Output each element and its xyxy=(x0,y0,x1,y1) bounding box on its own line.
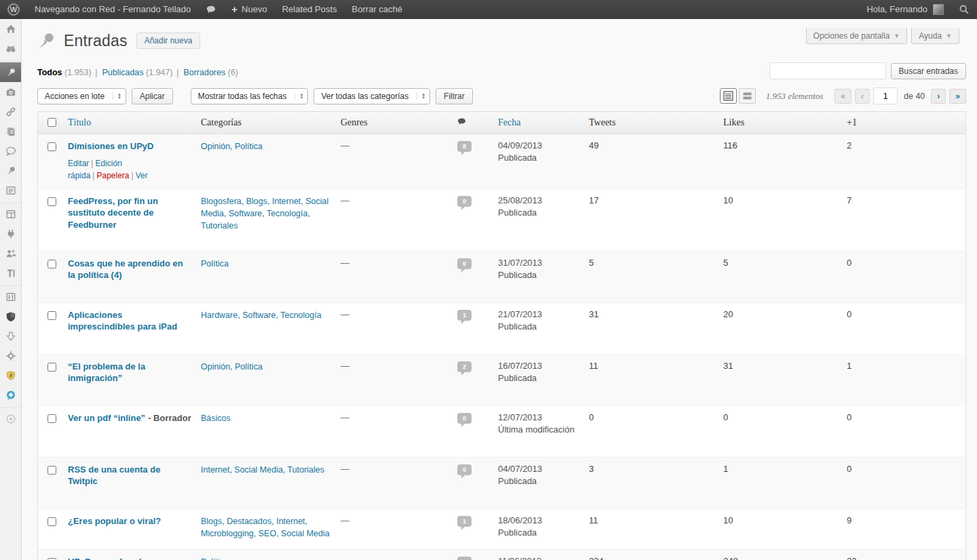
filter-all-count: (1.953) xyxy=(64,68,92,77)
list-view-button[interactable] xyxy=(720,88,737,104)
select-all-checkbox[interactable] xyxy=(47,118,56,127)
post-title-link[interactable]: Cosas que he aprendido en la política (4… xyxy=(68,258,183,281)
site-name-link[interactable]: Navegando con Red - Fernando Tellado xyxy=(27,0,198,18)
menu-stats[interactable] xyxy=(0,39,21,58)
filter-drafts[interactable]: Borradores xyxy=(183,68,225,77)
menu-tools[interactable] xyxy=(0,263,21,283)
current-page-input[interactable] xyxy=(873,87,898,104)
collapse-menu[interactable] xyxy=(0,409,21,428)
bulk-actions-select[interactable]: Acciones en lote ▲▼ xyxy=(37,88,126,104)
post-title-link[interactable]: “El problema de la inmigración” xyxy=(68,361,145,384)
filter-button[interactable]: Filtrar xyxy=(436,88,473,104)
genres-value: — xyxy=(341,412,349,422)
post-title-link[interactable]: Dimisiones en UPyD xyxy=(68,141,153,151)
comments-shortcut[interactable] xyxy=(198,0,224,18)
trash-link[interactable]: Papelera xyxy=(96,171,129,180)
category-links[interactable]: Política xyxy=(201,259,229,268)
post-title-link[interactable]: ¿Eres popular o viral? xyxy=(68,516,161,526)
comment-count-bubble[interactable]: 0 xyxy=(457,196,472,207)
menu-pages[interactable] xyxy=(0,121,21,141)
menu-posts[interactable] xyxy=(0,62,21,82)
category-filter-select[interactable]: Ver todas las categorías ▲▼ xyxy=(313,88,430,104)
post-title-link[interactable]: Ver un pdf “inline” xyxy=(68,413,145,423)
next-page-button[interactable]: › xyxy=(931,89,946,104)
menu-options[interactable] xyxy=(0,346,21,365)
post-title-link[interactable]: UPyD es un fraude xyxy=(68,557,147,560)
post-date: 04/07/2013 xyxy=(498,464,579,474)
post-status: Publicada xyxy=(498,153,579,163)
menu-comments[interactable] xyxy=(0,141,21,161)
row-checkbox[interactable] xyxy=(47,311,56,320)
category-links[interactable]: Internet, Social Media, Tutoriales xyxy=(201,465,324,475)
menu-media[interactable] xyxy=(0,82,21,102)
sort-by-date[interactable]: Fecha xyxy=(498,117,520,127)
row-checkbox[interactable] xyxy=(47,197,56,206)
help-tab[interactable]: Ayuda ▼ xyxy=(911,28,959,44)
category-links[interactable]: Política xyxy=(201,557,229,560)
clear-cache-button[interactable]: Borrar caché xyxy=(345,0,410,18)
menu-widgets[interactable] xyxy=(0,204,21,224)
filter-published[interactable]: Publicadas xyxy=(102,68,143,77)
row-checkbox[interactable] xyxy=(47,414,56,423)
comment-count-bubble[interactable]: 1 xyxy=(457,310,472,321)
menu-download[interactable] xyxy=(0,326,21,346)
comment-count-bubble[interactable]: 2 xyxy=(457,361,472,372)
apply-button[interactable]: Aplicar xyxy=(132,88,173,104)
my-account-menu[interactable]: Hola, Fernando xyxy=(859,0,951,18)
menu-subscribe-plugin[interactable] xyxy=(0,385,21,405)
row-checkbox[interactable] xyxy=(47,260,56,268)
comment-count-bubble[interactable]: 8 xyxy=(457,141,472,152)
post-status: Última modificación xyxy=(498,424,579,435)
menu-forms[interactable] xyxy=(0,180,21,200)
genres-value: — xyxy=(341,464,349,474)
first-page-button[interactable]: « xyxy=(835,89,851,104)
menu-plugins[interactable] xyxy=(0,224,21,243)
screen-options-tab[interactable]: Opciones de pantalla ▼ xyxy=(806,28,908,44)
menu-links[interactable] xyxy=(0,102,21,121)
new-content-button[interactable]: + Nuevo xyxy=(224,0,274,18)
post-title-link[interactable]: Aplicaciones imprescindibles para iPad xyxy=(68,310,177,332)
menu-security[interactable] xyxy=(0,306,21,326)
filter-all[interactable]: Todos xyxy=(37,68,62,77)
tweets-count: 3 xyxy=(584,457,719,508)
prev-page-button[interactable]: ‹ xyxy=(855,89,870,104)
row-checkbox[interactable] xyxy=(47,363,56,372)
comment-count-bubble[interactable]: 1 xyxy=(457,516,472,527)
menu-settings[interactable] xyxy=(0,287,21,306)
comment-count-bubble[interactable]: 0 xyxy=(457,464,472,475)
post-title-link[interactable]: RSS de una cuenta de Twitpic xyxy=(68,464,161,487)
add-new-button[interactable]: Añadir nueva xyxy=(136,33,201,49)
post-status: Publicada xyxy=(498,476,579,486)
search-input[interactable] xyxy=(769,62,886,79)
comment-count-bubble[interactable]: 0 xyxy=(457,413,472,424)
menu-hashtag-plugin[interactable]: # xyxy=(0,365,21,385)
excerpt-view-button[interactable] xyxy=(739,88,756,104)
adminbar-search-button[interactable] xyxy=(951,0,977,18)
menu-dashboard[interactable] xyxy=(0,19,21,39)
menu-custom-posts[interactable] xyxy=(0,161,21,180)
category-links[interactable]: Básicos xyxy=(201,414,231,423)
related-posts-menu[interactable]: Related Posts xyxy=(275,0,345,18)
comment-count-bubble[interactable]: 3 xyxy=(457,557,472,560)
date-filter-select[interactable]: Mostrar todas las fechas ▲▼ xyxy=(191,88,309,104)
post-date: 18/06/2013 xyxy=(498,515,579,525)
sort-by-title[interactable]: Título xyxy=(68,117,91,127)
category-links[interactable]: Opinión, Política xyxy=(201,362,263,372)
wp-logo-menu[interactable]: W xyxy=(0,0,27,18)
edit-link[interactable]: Editar xyxy=(68,159,89,168)
row-checkbox[interactable] xyxy=(47,142,56,151)
likes-count: 31 xyxy=(719,354,842,405)
category-links[interactable]: Blogosfera, Blogs, Internet, Social Medi… xyxy=(201,197,328,231)
row-checkbox[interactable] xyxy=(47,466,56,475)
category-links[interactable]: Opinión, Política xyxy=(201,142,263,151)
category-links[interactable]: Hardware, Software, Tecnología xyxy=(201,311,322,320)
genres-value: — xyxy=(341,556,349,560)
menu-users[interactable] xyxy=(0,243,21,263)
comment-count-bubble[interactable]: 0 xyxy=(457,258,472,269)
search-button[interactable]: Buscar entradas xyxy=(891,63,966,79)
view-link[interactable]: Ver xyxy=(136,171,148,180)
last-page-button[interactable]: » xyxy=(949,89,966,104)
row-checkbox[interactable] xyxy=(47,517,56,526)
post-title-link[interactable]: FeedPress, por fin un sustituto decente … xyxy=(68,196,158,230)
category-links[interactable]: Blogs, Destacados, Internet, Microbloggi… xyxy=(201,517,330,538)
